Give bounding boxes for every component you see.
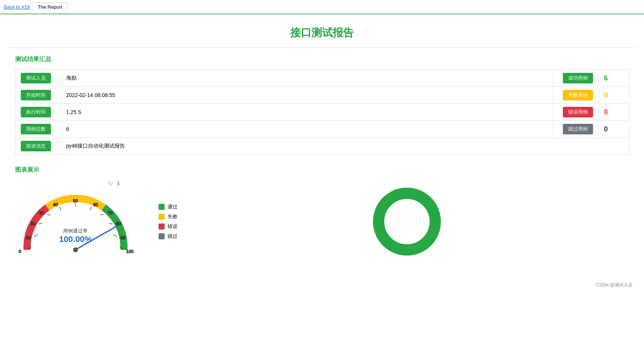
- summary-title: 测试结果汇总: [15, 55, 629, 63]
- legend-label-pass: 通过: [168, 203, 177, 210]
- legend-fail: 失败: [159, 213, 177, 220]
- svg-line-2: [34, 234, 38, 237]
- table-row: 用例总数 6 跳过用例 0: [15, 121, 629, 138]
- legend-color-error: [159, 223, 165, 230]
- svg-line-4: [39, 223, 42, 224]
- badge-desc: 描述信息: [21, 141, 51, 151]
- legend-label-fail: 失败: [168, 213, 177, 220]
- badge-fail: 失败用例: [563, 90, 593, 100]
- count-skip: 0: [604, 125, 608, 133]
- legend-label-error: 错误: [168, 223, 177, 230]
- legend-skip: 跳过: [159, 233, 177, 240]
- legend-color-skip: [159, 233, 165, 239]
- count-error: 0: [604, 108, 608, 116]
- svg-line-6: [47, 214, 51, 215]
- charts-section: 图表展示 ↻ ⬇ 0: [0, 162, 644, 278]
- legend-pass: 通过: [159, 203, 177, 210]
- start-time-value: 2022-02-14 08:08:55: [61, 87, 553, 104]
- svg-text:70: 70: [108, 210, 113, 215]
- footer-text: CSDN @测试大圣: [596, 282, 633, 288]
- svg-line-8: [59, 207, 61, 211]
- gauge-svg: 0 10 20 30 40 50: [15, 180, 136, 263]
- tester-value: 海励: [61, 70, 553, 87]
- donut-chart: [185, 184, 629, 259]
- gauge-value: 100.00%: [59, 234, 92, 244]
- svg-line-16: [109, 223, 113, 224]
- table-row: 开始时间 2022-02-14 08:08:55 失败用例 0: [15, 87, 629, 104]
- svg-text:10: 10: [26, 235, 31, 240]
- refresh-icon[interactable]: ↻: [108, 180, 113, 187]
- charts-title: 图表展示: [15, 166, 629, 174]
- svg-text:0: 0: [19, 249, 22, 254]
- summary-table: 测试人员 海励 成功用例 6 开始时间 2022-02-14 08:08:55 …: [15, 69, 629, 155]
- legend-error: 错误: [159, 223, 177, 230]
- svg-text:20: 20: [30, 221, 35, 226]
- table-row: 测试人员 海励 成功用例 6: [15, 70, 629, 87]
- count-fail: 0: [604, 91, 608, 99]
- gauge-chart: ↻ ⬇ 0 10: [15, 180, 136, 263]
- chart-legend: 通过 失败 错误 跳过: [159, 203, 177, 240]
- svg-line-14: [100, 214, 104, 215]
- exec-time-value: 1.25 S: [61, 104, 553, 121]
- gauge-label: 用例通过率 100.00%: [59, 228, 92, 244]
- gauge-icons[interactable]: ↻ ⬇: [108, 180, 121, 187]
- badge-total: 用例总数: [21, 124, 51, 134]
- badge-success: 成功用例: [563, 73, 593, 83]
- svg-line-18: [113, 234, 117, 237]
- download-icon[interactable]: ⬇: [116, 180, 121, 187]
- gauge-label-text: 用例通过率: [63, 228, 88, 234]
- badge-tester: 测试人员: [21, 73, 51, 83]
- legend-color-pass: [159, 204, 165, 210]
- donut-svg: [369, 184, 445, 259]
- desc-value: py46接口自动化测试报告: [61, 138, 629, 155]
- svg-text:50: 50: [73, 198, 78, 203]
- count-success: 6: [604, 74, 608, 82]
- svg-text:30: 30: [39, 210, 44, 215]
- legend-label-skip: 跳过: [168, 233, 177, 240]
- badge-skip: 跳过用例: [563, 124, 593, 134]
- top-bar: Back to #18 The Report: [0, 0, 644, 14]
- svg-point-23: [73, 247, 78, 252]
- svg-line-12: [90, 207, 91, 211]
- footer: CSDN @测试大圣: [0, 278, 644, 292]
- active-tab[interactable]: The Report: [33, 2, 67, 11]
- legend-color-fail: [159, 214, 165, 220]
- svg-text:40: 40: [53, 202, 58, 207]
- back-link[interactable]: Back to #18: [4, 4, 30, 10]
- page-title: 接口测试报告: [0, 14, 644, 48]
- svg-text:80: 80: [116, 221, 122, 226]
- charts-container: ↻ ⬇ 0 10: [15, 180, 629, 263]
- badge-error: 错误用例: [563, 107, 593, 117]
- total-value: 6: [61, 121, 553, 138]
- table-row: 执行时间 1.25 S 错误用例 0: [15, 104, 629, 121]
- table-row: 描述信息 py46接口自动化测试报告: [15, 138, 629, 155]
- svg-text:90: 90: [120, 235, 126, 240]
- summary-section: 测试结果汇总 测试人员 海励 成功用例 6 开始时间 2: [0, 48, 644, 162]
- svg-text:100: 100: [126, 249, 134, 254]
- svg-point-25: [386, 201, 428, 242]
- badge-start-time: 开始时间: [21, 90, 51, 100]
- svg-text:60: 60: [93, 202, 99, 207]
- badge-exec-time: 执行时间: [21, 107, 51, 117]
